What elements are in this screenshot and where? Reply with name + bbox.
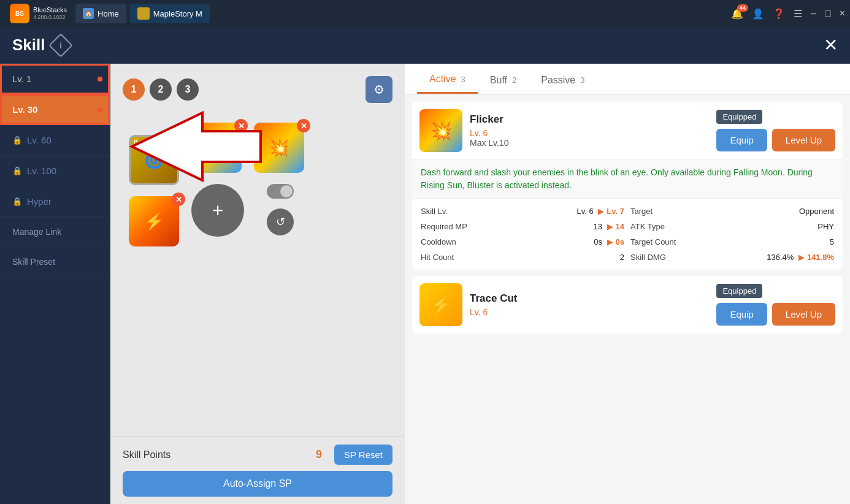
stat-target: Target Opponent bbox=[630, 205, 834, 218]
stat-skill-lv: Skill Lv. Lv. 6 ▶Lv. 7 bbox=[421, 205, 624, 218]
tracecut-equip-button[interactable]: Equip bbox=[716, 303, 767, 326]
flicker-levelup-button[interactable]: Level Up bbox=[772, 129, 835, 151]
tab-buff[interactable]: Buff 2 bbox=[478, 65, 529, 93]
app-version: 4.280.0.1022 bbox=[33, 14, 67, 21]
taskbar-controls: 🔔 44 👤 ❓ ☰ – □ × bbox=[731, 8, 845, 20]
refresh-button[interactable]: ↺ bbox=[267, 208, 294, 235]
stat-skill-dmg: Skill DMG 136.4% ▶141.8% bbox=[630, 251, 834, 264]
skill-panel-inner: 1 2 3 ⚙ bbox=[110, 64, 405, 437]
auto-assign-button[interactable]: Auto-Assign SP bbox=[123, 471, 392, 497]
tracecut-equipped-badge: Equipped bbox=[716, 284, 762, 298]
lv1-notification-dot bbox=[98, 77, 102, 82]
flicker-actions: Equipped Equip Level Up bbox=[716, 110, 835, 151]
window-title: Skill bbox=[12, 36, 45, 55]
stat-target-count: Target Count 5 bbox=[630, 235, 834, 248]
skill-slot-tracecut[interactable]: ⚡ ✕ bbox=[129, 196, 182, 249]
sidebar-item-skill-preset[interactable]: Skill Preset bbox=[0, 247, 110, 277]
skill-details-panel: Active 3 Buff 2 Passive 3 💥 bbox=[405, 64, 850, 504]
tracecut-actions: Equipped Equip Level Up bbox=[716, 284, 835, 326]
stat-hit-count: Hit Count 2 bbox=[421, 251, 624, 264]
skill-slot-flicker1[interactable]: 💥 ✕ bbox=[191, 123, 244, 175]
slot-tab-1[interactable]: 1 bbox=[123, 78, 145, 101]
stat-required-mp: Required MP 13 ▶14 bbox=[421, 220, 624, 233]
flicker-equipped-badge: Equipped bbox=[716, 110, 762, 124]
toggle-knob bbox=[280, 185, 293, 197]
skill-sidebar: Lv. 1 Lv. 30 🔒 Lv. 60 🔒 Lv. 100 🔒 Hyper … bbox=[0, 64, 110, 504]
flicker-stats: Skill Lv. Lv. 6 ▶Lv. 7 Target Opponent R… bbox=[412, 198, 843, 270]
maplestory-icon bbox=[137, 7, 150, 20]
flicker-maxlv: Max Lv.10 bbox=[470, 138, 709, 148]
skill-type-tabs: Active 3 Buff 2 Passive 3 bbox=[405, 64, 850, 94]
settings-button[interactable]: ⚙ bbox=[366, 76, 392, 103]
sidebar-item-lv100[interactable]: 🔒 Lv. 100 bbox=[0, 156, 110, 186]
skill-slot-passive[interactable]: P 🌀 ✕ bbox=[129, 135, 182, 188]
window-close-button[interactable]: ✕ bbox=[824, 35, 838, 55]
sp-label: Skill Points bbox=[123, 449, 304, 460]
toggle-switch[interactable] bbox=[267, 184, 294, 199]
skill-footer: Skill Points 9 SP Reset Auto-Assign SP bbox=[110, 437, 405, 504]
home-tab-icon: 🏠 bbox=[83, 8, 94, 19]
skill-grid-container: P 🌀 ✕ ⚡ ✕ bbox=[123, 123, 392, 249]
tracecut-name: Trace Cut bbox=[470, 292, 709, 305]
help-icon[interactable]: ❓ bbox=[773, 8, 785, 20]
close-button[interactable]: × bbox=[840, 8, 845, 19]
skill-card-flicker: 💥 Flicker Lv. 6 Max Lv.10 Equipped Equip… bbox=[412, 102, 843, 270]
flicker-description: Dash forward and slash your enemies in t… bbox=[412, 159, 843, 198]
maplestory-tab-label: MapleStory M bbox=[153, 9, 202, 18]
sidebar-item-lv60[interactable]: 🔒 Lv. 60 bbox=[0, 125, 110, 156]
maplestory-tab[interactable]: MapleStory M bbox=[130, 4, 210, 23]
home-tab-label: Home bbox=[98, 9, 119, 18]
home-tab[interactable]: 🏠 Home bbox=[75, 4, 126, 23]
skill-col-2: 💥 ✕ + bbox=[191, 123, 244, 249]
sidebar-item-manage-link[interactable]: Manage Link bbox=[0, 217, 110, 247]
tracecut-header: ⚡ Trace Cut Lv. 6 Equipped Equip Level U… bbox=[412, 276, 843, 334]
sidebar-item-lv30[interactable]: Lv. 30 bbox=[0, 94, 110, 125]
lv30-notification-dot bbox=[98, 107, 102, 112]
flicker-thumb: 💥 bbox=[419, 109, 462, 152]
app-name: BlueStacks bbox=[33, 6, 67, 14]
tracecut-levelup-button[interactable]: Level Up bbox=[772, 303, 835, 326]
flicker-lv: Lv. 6 bbox=[470, 128, 709, 138]
slot-tab-3[interactable]: 3 bbox=[177, 78, 199, 101]
slot-tabs: 1 2 3 ⚙ bbox=[123, 76, 392, 103]
tab-active[interactable]: Active 3 bbox=[417, 64, 478, 94]
flicker2-skill-icon: 💥 bbox=[254, 123, 304, 173]
sp-reset-button[interactable]: SP Reset bbox=[334, 445, 392, 465]
remove-flicker2-button[interactable]: ✕ bbox=[297, 119, 310, 132]
tracecut-info: Trace Cut Lv. 6 bbox=[470, 292, 709, 317]
tab-passive[interactable]: Passive 3 bbox=[529, 65, 597, 93]
sidebar-item-lv1[interactable]: Lv. 1 bbox=[0, 64, 110, 94]
skill-slot-flicker2[interactable]: 💥 ✕ bbox=[254, 123, 307, 175]
add-skill-button[interactable]: + bbox=[191, 184, 244, 237]
taskbar: BS BlueStacks 4.280.0.1022 🏠 Home MapleS… bbox=[0, 0, 850, 27]
tracecut-thumb: ⚡ bbox=[419, 283, 462, 326]
sidebar-item-hyper[interactable]: 🔒 Hyper bbox=[0, 186, 110, 217]
slot-tab-2[interactable]: 2 bbox=[150, 78, 172, 101]
remove-flicker1-button[interactable]: ✕ bbox=[234, 119, 248, 132]
flicker-equip-button[interactable]: Equip bbox=[716, 129, 767, 151]
info-icon[interactable]: i bbox=[49, 33, 74, 58]
flicker1-skill-icon: 💥 bbox=[191, 123, 242, 173]
skill-col-3: 💥 ✕ ↺ bbox=[254, 123, 307, 249]
maximize-button[interactable]: □ bbox=[825, 8, 831, 19]
flicker-name: Flicker bbox=[470, 113, 709, 126]
skill-window: Skill i ✕ Lv. 1 Lv. 30 🔒 Lv. 60 🔒 Lv. 10… bbox=[0, 27, 850, 504]
tracecut-lv: Lv. 6 bbox=[470, 307, 709, 317]
window-header: Skill i ✕ bbox=[0, 27, 850, 64]
bs-logo-icon: BS bbox=[10, 4, 29, 23]
tracecut-skill-icon: ⚡ bbox=[129, 196, 179, 246]
skill-card-tracecut: ⚡ Trace Cut Lv. 6 Equipped Equip Level U… bbox=[412, 276, 843, 334]
remove-tracecut-button[interactable]: ✕ bbox=[172, 193, 185, 206]
notification-bell[interactable]: 🔔 44 bbox=[731, 8, 743, 20]
menu-icon[interactable]: ☰ bbox=[794, 8, 802, 20]
remove-passive-button[interactable]: ✕ bbox=[172, 131, 185, 145]
account-icon[interactable]: 👤 bbox=[752, 8, 764, 20]
minimize-button[interactable]: – bbox=[811, 8, 816, 19]
passive-skill-icon: P 🌀 bbox=[129, 135, 179, 185]
bluestacks-logo[interactable]: BS BlueStacks 4.280.0.1022 bbox=[5, 1, 72, 26]
lock-icon-lv100: 🔒 bbox=[12, 166, 22, 175]
stat-cooldown: Cooldown 0s ▶0s bbox=[421, 235, 624, 248]
skill-slots-area: 1 2 3 ⚙ bbox=[110, 64, 405, 261]
toggle-refresh-area: ↺ bbox=[254, 184, 307, 235]
stat-atk-type: ATK Type PHY bbox=[630, 220, 834, 233]
